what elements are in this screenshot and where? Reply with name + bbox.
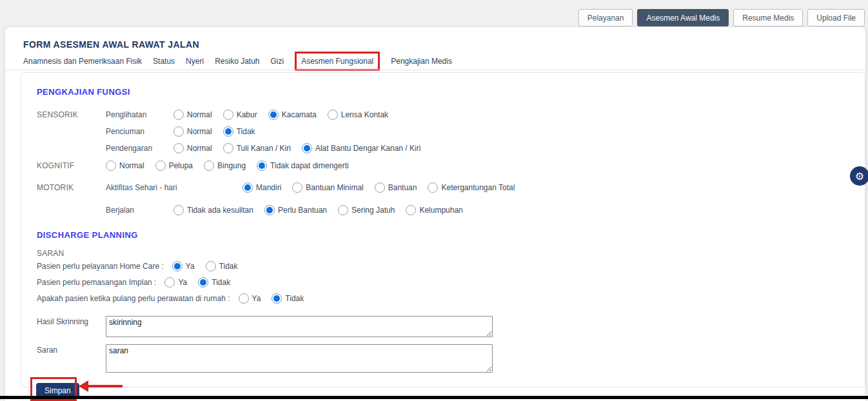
radio-icon[interactable] [173,110,184,120]
radio-option[interactable]: Kelumpuhan [406,205,462,215]
radio-icon[interactable] [328,110,338,120]
radio-group-pendengaran: Normal Tuli Kanan / Kiri Alat Bantu Deng… [173,143,420,153]
radio-option[interactable]: Normal [173,126,212,137]
radio-option-label: Kabur [237,110,257,119]
group-label-saran: SARAN [37,249,106,258]
row-aktifitas: MOTORIK Aktifitas Sehari - hari Mandiri … [37,182,515,193]
radio-option-label: Tuli Kanan / Kiri [237,144,291,153]
radio-group-perawatan-rumah: Ya Tidak [239,293,304,304]
radio-icon[interactable] [292,182,302,193]
radio-option-label: Tidak [212,278,230,287]
radio-option[interactable]: Normal [106,161,144,171]
radio-icon[interactable] [198,277,208,288]
radio-option[interactable]: Pelupa [155,161,193,171]
radio-icon[interactable] [206,261,216,271]
row-perawatan-rumah: Apakah pasien ketika pulang perlu perawa… [37,293,304,304]
row-kognitif: KOGNITIF Normal Pelupa Bingung Tidak dap… [37,160,349,171]
radio-option-label: Ketergantungan Total [441,183,515,192]
asesmen-fungsional-panel: PENGKAJIAN FUNGSI SENSORIK Penglihatan N… [21,72,865,387]
radio-option[interactable]: Ketergantungan Total [428,182,515,193]
radio-icon[interactable] [223,126,233,137]
radio-option[interactable]: Mandiri [242,182,281,193]
radio-icon[interactable] [302,143,312,153]
radio-option[interactable]: Normal [173,110,212,120]
radio-icon[interactable] [268,110,279,120]
radio-option[interactable]: Bantuan [375,182,417,193]
subtab-asesmen-fungsional[interactable]: Asesmen Fungsional [295,52,380,71]
radio-icon[interactable] [155,161,166,171]
radio-icon[interactable] [239,293,249,304]
radio-icon[interactable] [271,293,282,304]
radio-option[interactable]: Bantuan Minimal [292,182,363,193]
radio-option[interactable]: Ya [164,277,187,288]
radio-option[interactable]: Tuli Kanan / Kiri [223,143,291,153]
radio-option[interactable]: Tidak [271,293,304,304]
radio-option[interactable]: Tidak [206,261,238,271]
radio-option-label: Tidak dapat dimengerti [270,161,349,170]
radio-option[interactable]: Kacamata [268,110,317,120]
tab-resume-medis[interactable]: Resume Medis [733,9,803,26]
radio-icon[interactable] [428,182,438,193]
radio-option[interactable]: Sering Jatuh [338,205,395,215]
radio-icon[interactable] [173,205,184,215]
row-hasil-skrinning: Hasil Skrinning skirinning [37,316,493,337]
subtab-status[interactable]: Status [153,57,175,66]
radio-icon[interactable] [223,110,233,120]
radio-option[interactable]: Tidak [198,277,230,288]
saran-textarea[interactable]: saran [106,344,493,373]
radio-option-label: Sering Jatuh [351,206,395,215]
subtab-anamnesis[interactable]: Anamnesis dan Pemeriksaan Fisik [23,57,142,66]
field-label-aktifitas: Aktifitas Sehari - hari [106,183,242,192]
radio-option[interactable]: Tidak dapat dimengerti [257,161,349,171]
field-label-penglihatan: Penglihatan [106,110,173,119]
radio-icon[interactable] [164,277,175,288]
radio-icon[interactable] [242,182,253,193]
radio-icon[interactable] [338,205,348,215]
subtab-pengkajian-medis[interactable]: Pengkajian Medis [391,57,452,66]
radio-option-label: Lensa Kontak [341,110,388,119]
row-implan: Pasien perlu pemasangan Implan : Ya Tida… [37,277,230,288]
radio-option-label: Normal [187,144,212,153]
radio-option[interactable]: Tidak ada kesulitan [173,205,253,215]
subtab-nyeri[interactable]: Nyeri [186,57,204,66]
radio-option[interactable]: Bingung [204,161,246,171]
field-label-penciuman: Penciuman [106,127,173,136]
radio-icon[interactable] [406,205,416,215]
radio-icon[interactable] [257,161,267,171]
radio-icon[interactable] [223,143,233,153]
radio-option[interactable]: Tidak [223,126,255,137]
group-label-kognitif: KOGNITIF [37,161,106,170]
radio-option[interactable]: Alat Bantu Dengar Kanan / Kiri [302,143,420,153]
radio-option[interactable]: Ya [239,293,261,304]
radio-option-label: Kacamata [282,110,317,119]
radio-icon[interactable] [106,161,116,171]
subtab-resiko-jatuh[interactable]: Resiko Jatuh [215,57,259,66]
subtab-gizi[interactable]: Gizi [271,57,284,66]
section-heading-discharge-planning: DISCHARGE PLANNING [37,230,138,240]
radio-icon[interactable] [264,205,275,215]
question-label-implan: Pasien perlu pemasangan Implan : [37,278,156,287]
form-card: FORM ASESMEN AWAL RAWAT JALAN Anamnesis … [5,27,865,401]
row-home-care: Pasien perlu pelayanan Home Care : Ya Ti… [37,260,237,272]
radio-option[interactable]: Perlu Bantuan [264,205,327,215]
tab-upload-file[interactable]: Upload File [807,9,865,26]
settings-fab[interactable]: ⚙ [850,166,868,186]
radio-option[interactable]: Kabur [223,110,257,120]
radio-icon[interactable] [173,143,184,153]
hasil-skrinning-textarea[interactable]: skirinning [106,316,493,337]
tab-asesmen-awal-medis[interactable]: Asesmen Awal Medis [637,9,729,26]
radio-option[interactable]: Ya [172,261,195,271]
radio-group-home-care: Ya Tidak [172,261,238,271]
radio-option-label: Pelupa [169,161,193,170]
radio-option-label: Perlu Bantuan [278,206,327,215]
question-label-perawatan-rumah: Apakah pasien ketika pulang perlu perawa… [37,294,230,303]
radio-icon[interactable] [172,261,182,271]
radio-option[interactable]: Normal [173,143,212,153]
radio-icon[interactable] [375,182,385,193]
radio-icon[interactable] [173,126,184,137]
tab-underline [5,70,865,70]
row-berjalan: Berjalan Tidak ada kesulitan Perlu Bantu… [37,204,463,216]
radio-option[interactable]: Lensa Kontak [328,110,388,120]
tab-pelayanan[interactable]: Pelayanan [578,9,633,26]
radio-icon[interactable] [204,161,214,171]
